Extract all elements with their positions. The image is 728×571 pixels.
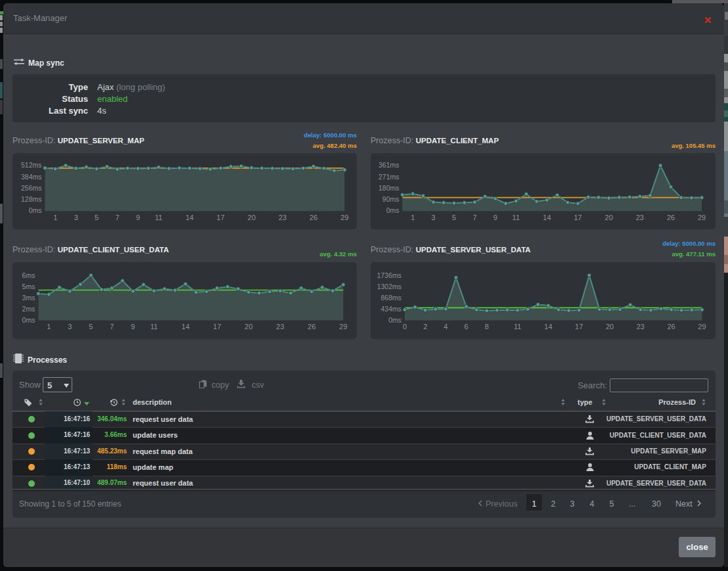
svg-text:0ms: 0ms bbox=[22, 316, 35, 324]
svg-text:3: 3 bbox=[74, 214, 78, 221]
svg-text:9: 9 bbox=[136, 214, 140, 221]
svg-text:26: 26 bbox=[667, 214, 675, 221]
svg-text:20: 20 bbox=[606, 323, 614, 331]
svg-text:9: 9 bbox=[493, 214, 497, 221]
svg-text:2ms: 2ms bbox=[22, 305, 35, 313]
svg-text:0ms: 0ms bbox=[29, 206, 42, 214]
svg-text:3: 3 bbox=[68, 323, 72, 331]
svg-text:2: 2 bbox=[423, 323, 427, 331]
svg-text:14: 14 bbox=[185, 214, 193, 221]
svg-text:14: 14 bbox=[544, 323, 552, 331]
svg-text:434ms: 434ms bbox=[380, 305, 401, 313]
svg-text:868ms: 868ms bbox=[380, 294, 401, 302]
svg-text:1: 1 bbox=[47, 323, 51, 331]
svg-text:0ms: 0ms bbox=[386, 206, 399, 214]
svg-text:26: 26 bbox=[667, 323, 675, 331]
svg-text:512ms: 512ms bbox=[21, 161, 42, 169]
svg-text:14: 14 bbox=[181, 323, 189, 331]
svg-text:11: 11 bbox=[512, 214, 520, 221]
svg-text:23: 23 bbox=[279, 214, 286, 221]
svg-text:1: 1 bbox=[53, 214, 57, 221]
svg-text:29: 29 bbox=[698, 323, 706, 331]
svg-text:23: 23 bbox=[637, 323, 645, 331]
svg-text:29: 29 bbox=[698, 214, 706, 221]
svg-text:5ms: 5ms bbox=[22, 283, 35, 290]
svg-text:23: 23 bbox=[636, 214, 644, 221]
svg-text:6: 6 bbox=[465, 323, 468, 331]
svg-text:6ms: 6ms bbox=[22, 271, 35, 279]
svg-text:17: 17 bbox=[575, 323, 583, 331]
svg-text:90ms: 90ms bbox=[382, 195, 399, 203]
svg-text:361ms: 361ms bbox=[378, 161, 399, 169]
svg-text:1: 1 bbox=[411, 214, 415, 221]
svg-text:5: 5 bbox=[95, 214, 99, 221]
svg-text:26: 26 bbox=[309, 214, 317, 221]
svg-text:7: 7 bbox=[110, 323, 114, 331]
svg-text:4: 4 bbox=[444, 323, 447, 331]
svg-text:17: 17 bbox=[213, 323, 221, 331]
svg-text:1736ms: 1736ms bbox=[377, 271, 401, 279]
svg-text:11: 11 bbox=[155, 214, 162, 221]
svg-text:20: 20 bbox=[248, 214, 256, 221]
svg-text:14: 14 bbox=[543, 214, 551, 221]
svg-text:1302ms: 1302ms bbox=[377, 283, 401, 290]
svg-text:29: 29 bbox=[339, 323, 347, 331]
svg-text:128ms: 128ms bbox=[21, 195, 42, 203]
svg-text:5: 5 bbox=[89, 323, 93, 331]
svg-text:3ms: 3ms bbox=[22, 294, 35, 302]
svg-text:26: 26 bbox=[307, 323, 315, 331]
svg-text:3: 3 bbox=[432, 214, 436, 221]
svg-text:8: 8 bbox=[485, 323, 489, 331]
svg-text:20: 20 bbox=[244, 323, 252, 331]
svg-text:9: 9 bbox=[131, 323, 135, 331]
svg-text:7: 7 bbox=[472, 214, 476, 221]
svg-text:0: 0 bbox=[403, 323, 407, 331]
svg-text:256ms: 256ms bbox=[21, 184, 42, 192]
svg-text:29: 29 bbox=[340, 214, 348, 221]
svg-text:180ms: 180ms bbox=[378, 184, 399, 192]
svg-text:11: 11 bbox=[514, 323, 521, 331]
svg-text:271ms: 271ms bbox=[378, 173, 399, 181]
svg-text:23: 23 bbox=[276, 323, 284, 331]
svg-text:11: 11 bbox=[150, 323, 158, 331]
svg-text:20: 20 bbox=[605, 214, 613, 221]
svg-text:0ms: 0ms bbox=[388, 316, 401, 324]
svg-text:384ms: 384ms bbox=[21, 173, 42, 181]
svg-text:17: 17 bbox=[217, 214, 225, 221]
svg-text:5: 5 bbox=[452, 214, 456, 221]
svg-text:7: 7 bbox=[115, 214, 119, 221]
svg-text:17: 17 bbox=[574, 214, 581, 221]
